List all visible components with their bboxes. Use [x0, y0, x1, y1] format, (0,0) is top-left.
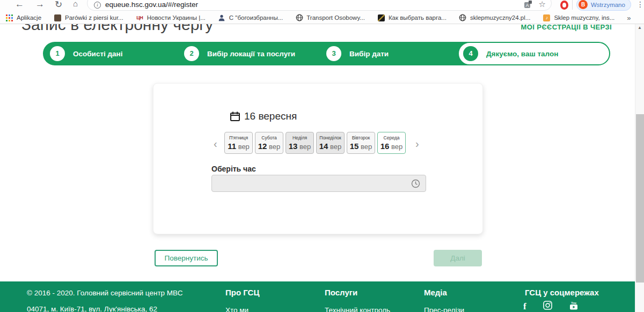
footer: © 2016 - 2020. Головний сервісний центр … — [0, 281, 635, 312]
day-carousel: П'ятниця 11 вер Субота 12 вер Неділя 13 … — [224, 132, 406, 154]
day-button-12[interactable]: Субота 12 вер — [255, 132, 283, 154]
instagram-icon[interactable] — [543, 301, 552, 312]
browser-window: ← → ↻ ⌂ i equeue.hsc.gov.ua/#/register A… — [0, 0, 644, 312]
day-button-14[interactable]: Понеділок 14 вер — [316, 132, 345, 154]
menu-dots-icon[interactable]: ⋮ — [636, 0, 644, 9]
apps-grid-icon — [5, 14, 13, 22]
bookmark-item[interactable]: ЦН Новости Украины |... — [136, 14, 206, 22]
globe-icon — [459, 14, 467, 22]
calendar-icon — [230, 111, 240, 122]
step-1-personal-data[interactable]: 1 Особисті дані — [43, 46, 177, 61]
footer-col-services-title: Послуги — [325, 288, 357, 297]
bookmark-favicon — [377, 14, 385, 22]
step-2-location-service[interactable]: 2 Вибір локації та послуги — [177, 46, 319, 61]
day-button-11[interactable]: П'ятниця 11 вер — [224, 132, 253, 154]
time-input[interactable] — [211, 175, 426, 192]
carousel-prev-button[interactable]: ‹ — [214, 138, 217, 149]
step-4-ticket[interactable]: 4 Дякуємо, ваш талон — [458, 42, 610, 65]
step-number: 4 — [463, 46, 478, 61]
step-number: 2 — [184, 46, 199, 61]
globe-icon — [295, 14, 303, 22]
clock-icon — [411, 179, 420, 188]
footer-link-who-we-are[interactable]: Хто ми — [225, 306, 248, 312]
footer-link-press-releases[interactable]: Прес-релізи — [424, 306, 464, 312]
footer-col-about-title: Про ГСЦ — [225, 288, 259, 297]
address-bar[interactable]: i equeue.hsc.gov.ua/#/register A ☆ — [87, 0, 552, 11]
scrollbar[interactable]: ▲ — [635, 24, 644, 312]
avatar: B — [579, 0, 588, 9]
bookmark-favicon: ЦН — [136, 14, 144, 22]
extension-icon[interactable] — [560, 1, 568, 10]
step-label: Вибір локації та послуги — [207, 50, 295, 58]
browser-toolbar: ← → ↻ ⌂ i equeue.hsc.gov.ua/#/register A… — [0, 0, 644, 12]
my-registrations-link[interactable]: МОЇ РЄЄСТРАЦІЇ В ЧЕРЗІ — [521, 24, 612, 31]
day-button-15[interactable]: Вівторок 15 вер — [347, 132, 375, 154]
toolbar-divider — [572, 0, 573, 10]
step-label: Дякуємо, ваш талон — [486, 50, 558, 58]
footer-social-title: ГСЦ у соцмережах — [525, 288, 599, 297]
scrollbar-thumb[interactable] — [636, 114, 644, 283]
page-title: Запис в електронну чергу — [21, 24, 213, 34]
facebook-icon[interactable]: f — [523, 301, 526, 312]
bookmark-item[interactable]: Transport Osobowy... — [295, 14, 365, 22]
step-number: 1 — [50, 46, 65, 61]
svg-text:You: You — [571, 301, 576, 304]
step-label: Особисті дані — [73, 50, 123, 58]
step-number: 3 — [326, 46, 341, 61]
bookmark-item[interactable]: ♪ Sklep muzyczny, ins... — [543, 14, 614, 22]
address-text: 04071, м. Київ-71, вул. Лук'янівська, 62 — [27, 305, 157, 312]
step-3-date-choice[interactable]: 3 Вибір дати — [319, 46, 470, 61]
profile-chip[interactable]: B Wstrzymano — [576, 0, 631, 11]
carousel-next-button[interactable]: › — [415, 138, 419, 149]
bookmark-item[interactable]: Parówki z piersi kur... — [54, 14, 123, 22]
person-icon — [218, 14, 226, 22]
translate-icon[interactable]: A — [524, 0, 532, 9]
day-button-13[interactable]: Неділя 13 вер — [286, 132, 314, 154]
bookmark-item[interactable]: Как выбрать варга... — [377, 14, 447, 22]
page-content: Запис в електронну чергу МОЇ РЄЄСТРАЦІЇ … — [0, 24, 635, 312]
footer-link-tech-control[interactable]: Технічний контроль — [325, 306, 390, 312]
bookmark-star-icon[interactable]: ☆ — [539, 1, 546, 8]
scroll-up-button[interactable]: ▲ — [635, 25, 644, 30]
social-icons: f You — [523, 301, 579, 312]
svg-text:A: A — [525, 3, 529, 8]
back-button[interactable]: Повернутись — [155, 250, 218, 266]
date-time-card: 16 вересня ‹ П'ятниця 11 вер Субота 12 в… — [153, 83, 483, 234]
forward-icon[interactable]: → — [35, 0, 45, 10]
home-icon[interactable]: ⌂ — [73, 0, 78, 8]
bookmarks-bar: Aplikacje Parówki z piersi kur... ЦН Нов… — [0, 12, 644, 24]
time-select-label: Оберіть час — [211, 165, 256, 173]
site-info-icon[interactable]: i — [94, 2, 101, 9]
bookmark-favicon: ♪ — [543, 14, 551, 22]
refresh-icon[interactable]: ↻ — [55, 0, 62, 10]
bookmark-favicon — [54, 14, 62, 22]
day-button-16[interactable]: Середа 16 вер — [377, 132, 406, 154]
selected-date-text: 16 вересня — [244, 110, 297, 122]
bookmark-item[interactable]: sklepmuzyczny24.pl... — [459, 14, 531, 22]
bookmarks-overflow-chevron[interactable]: » — [627, 14, 631, 22]
step-label: Вибір дати — [349, 50, 389, 58]
stepper: 1 Особисті дані 2 Вибір локації та послу… — [43, 42, 470, 65]
footer-col-media-title: Медіа — [424, 288, 447, 297]
selected-date-heading: 16 вересня — [230, 110, 297, 122]
back-icon[interactable]: ← — [15, 0, 24, 10]
bookmark-item[interactable]: С "богоизбранны... — [218, 14, 283, 22]
sync-status-label: Wstrzymano — [591, 2, 625, 8]
next-button[interactable]: Далі — [434, 250, 482, 266]
url-text: equeue.hsc.gov.ua/#/register — [105, 1, 524, 9]
youtube-icon[interactable]: You — [569, 301, 579, 312]
bookmark-item-apps[interactable]: Aplikacje — [5, 14, 41, 22]
copyright-text: © 2016 - 2020. Головний сервісний центр … — [27, 289, 182, 297]
